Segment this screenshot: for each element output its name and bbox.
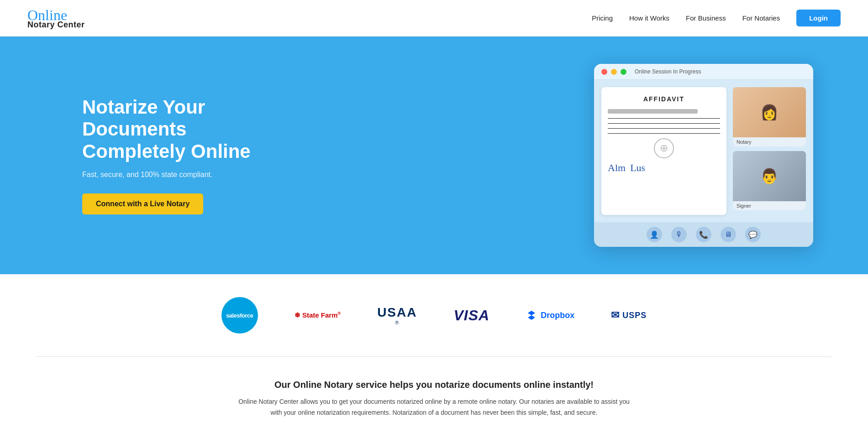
session-label: Online Session In Progress <box>635 68 701 75</box>
doc-signatures: Alm Lus <box>608 162 720 174</box>
nav-pricing[interactable]: Pricing <box>592 14 613 22</box>
notary-video: 👩 Notary <box>733 87 806 146</box>
tool-chat[interactable]: 💬 <box>745 227 761 242</box>
tool-screen[interactable]: 🖥 <box>721 227 736 242</box>
notary-avatar: 👩 <box>733 87 806 137</box>
mock-document: AFFIDAVIT ⊕ Alm Lus <box>601 87 726 215</box>
logo-usps: ✉ USPS <box>611 309 647 321</box>
dropbox-text: Dropbox <box>541 311 574 320</box>
tool-user[interactable]: 👤 <box>647 227 662 242</box>
dropbox-logo: Dropbox <box>526 310 574 321</box>
usps-logo: ✉ USPS <box>611 309 647 321</box>
doc-line-1 <box>608 118 720 119</box>
logo-statefarm: ❄ State Farm® <box>295 311 341 319</box>
cta-button[interactable]: Connect with a Live Notary <box>82 193 203 214</box>
notary-label: Notary <box>733 137 806 146</box>
mock-body: AFFIDAVIT ⊕ Alm Lus 👩 Notary 👨 <box>594 80 813 222</box>
signer-video: 👨 Signer <box>733 151 806 210</box>
signature-2: Lus <box>630 162 645 174</box>
logo-salesforce: salesforce <box>221 297 258 334</box>
nav: Pricing How it Works For Business For No… <box>592 10 841 26</box>
logo[interactable]: Online Notary Center <box>27 8 85 29</box>
svg-marker-0 <box>528 311 535 320</box>
usaa-logo: USAA ® <box>377 305 417 325</box>
signer-label: Signer <box>733 201 806 210</box>
info-description: Online Notary Center allows you to get y… <box>238 396 631 418</box>
logo-usaa: USAA ® <box>377 305 417 325</box>
visa-logo: VISA <box>453 307 489 324</box>
doc-seal: ⊕ <box>654 138 674 158</box>
mock-videos: 👩 Notary 👨 Signer <box>733 87 806 215</box>
logos-section: salesforce ❄ State Farm® USAA ® VISA Dro… <box>0 274 868 356</box>
signature-1: Alm <box>608 162 626 174</box>
logo-dropbox: Dropbox <box>526 310 574 321</box>
hero-title: Notarize Your Documents Completely Onlin… <box>82 96 274 162</box>
mock-titlebar: Online Session In Progress <box>594 64 813 80</box>
info-section: Our Online Notary service helps you nota… <box>0 357 868 433</box>
logo-visa: VISA <box>453 307 489 324</box>
header: Online Notary Center Pricing How it Work… <box>0 0 868 37</box>
window-dot-yellow <box>611 69 617 75</box>
nav-how-it-works[interactable]: How it Works <box>629 14 669 22</box>
window-dot-green <box>621 69 626 75</box>
window-dot-red <box>601 69 607 75</box>
doc-line-2 <box>608 123 720 124</box>
tool-phone[interactable]: 📞 <box>696 227 711 242</box>
mock-screen: Online Session In Progress AFFIDAVIT ⊕ A… <box>594 64 813 247</box>
nav-for-notaries[interactable]: For Notaries <box>742 14 780 22</box>
hero-section: Notarize Your Documents Completely Onlin… <box>0 37 868 274</box>
doc-line-4 <box>608 133 720 134</box>
hero-content: Notarize Your Documents Completely Onlin… <box>82 96 274 214</box>
hero-subtitle: Fast, secure, and 100% state compliant. <box>82 171 274 179</box>
statefarm-logo: ❄ State Farm® <box>295 311 341 319</box>
info-title: Our Online Notary service helps you nota… <box>37 380 831 390</box>
tool-mic[interactable]: 🎙 <box>671 227 687 242</box>
login-button[interactable]: Login <box>796 10 841 26</box>
salesforce-logo: salesforce <box>221 297 258 334</box>
usps-text: USPS <box>622 311 647 320</box>
signer-avatar: 👨 <box>733 151 806 201</box>
doc-title: AFFIDAVIT <box>608 95 720 103</box>
doc-gray-bar <box>608 109 698 114</box>
mock-toolbar: 👤 🎙 📞 🖥 💬 <box>594 222 813 247</box>
logo-text: Notary Center <box>27 21 85 29</box>
doc-line-3 <box>608 128 720 129</box>
nav-for-business[interactable]: For Business <box>686 14 726 22</box>
